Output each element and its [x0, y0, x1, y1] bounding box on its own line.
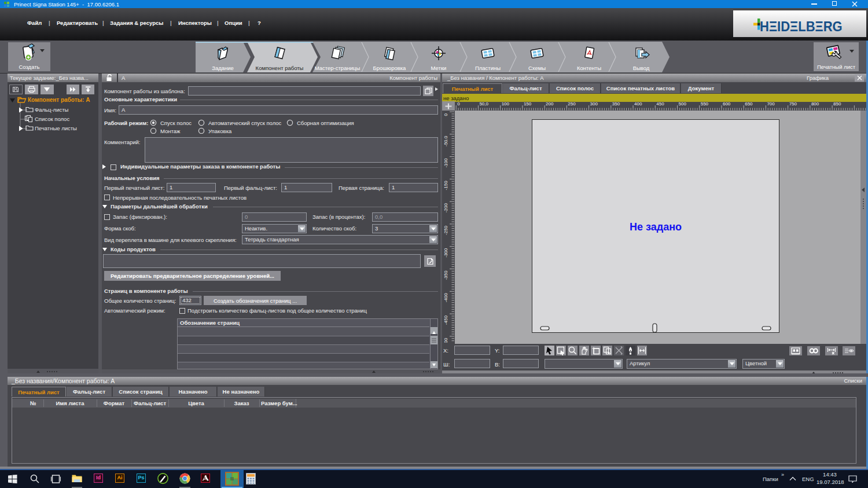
- svg-text:-400: -400: [443, 293, 448, 303]
- svg-text:600: 600: [723, 101, 731, 107]
- svg-text:150: 150: [524, 101, 532, 107]
- svg-text:650: 650: [745, 101, 753, 107]
- svg-text:450: 450: [656, 101, 664, 107]
- svg-text:0: 0: [443, 113, 448, 116]
- svg-text:-150: -150: [443, 181, 448, 190]
- svg-text:-250: -250: [443, 225, 448, 235]
- svg-text:-500: -500: [443, 337, 448, 343]
- svg-text:400: 400: [634, 101, 642, 107]
- svg-text:850: 850: [833, 101, 841, 107]
- svg-text:800: 800: [811, 101, 819, 107]
- svg-text:350: 350: [612, 101, 620, 107]
- svg-text:-350: -350: [443, 270, 448, 280]
- svg-text:-100: -100: [443, 158, 448, 168]
- svg-text:700: 700: [767, 101, 775, 107]
- svg-text:-450: -450: [443, 315, 448, 325]
- svg-text:-50.0: -50.0: [443, 135, 448, 146]
- svg-text:100: 100: [502, 101, 510, 107]
- svg-text:300: 300: [590, 101, 598, 107]
- svg-text:200: 200: [546, 101, 554, 107]
- svg-text:-200: -200: [443, 203, 448, 213]
- svg-text:750: 750: [789, 101, 797, 107]
- svg-text:500: 500: [679, 101, 687, 107]
- svg-text:550: 550: [701, 101, 709, 107]
- svg-text:-300: -300: [443, 248, 448, 258]
- svg-text:0: 0: [457, 101, 460, 107]
- svg-text:250: 250: [568, 101, 576, 107]
- svg-text:50,0: 50,0: [479, 101, 488, 107]
